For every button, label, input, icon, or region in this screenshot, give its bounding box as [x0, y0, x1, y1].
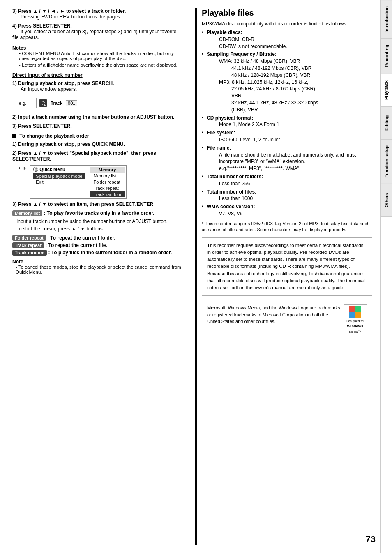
flag-q1	[349, 306, 355, 312]
qm-right-memory-list: Memory list	[90, 173, 124, 179]
folder-repeat-badge: Folder repeat	[12, 235, 46, 241]
notes-title: Notes	[12, 45, 183, 51]
tab-introduction[interactable]: Introduction	[381, 0, 392, 39]
folder-repeat-section: Folder repeat : To repeat the current fo…	[12, 235, 183, 241]
eg-label-1: e.g.	[19, 101, 26, 106]
notes-section: Notes CONTENT MENU Autio List cannot sho…	[12, 45, 183, 67]
qm-right-folder-repeat: Folder repeat	[90, 179, 124, 185]
change-step-2: 2) Press ▲ / ▼ to select "Special playba…	[12, 150, 183, 162]
track-random-section: Track random : To play files in the curr…	[12, 250, 183, 256]
bottom-note: Note • To cancel these modes, stop the p…	[12, 259, 183, 274]
bottom-note-text: • To cancel these modes, stop the playba…	[16, 265, 183, 274]
page-number: 73	[366, 534, 376, 545]
direct-input-title: Direct input of a track number	[12, 72, 183, 78]
qm-right-track-repeat: Track repeat	[90, 185, 124, 191]
change-step-1-label: 1) During playback or stop, press QUICK …	[12, 141, 125, 147]
step-4: 4) Press SELECT/ENTER. If you select a f…	[12, 23, 183, 40]
memory-list-desc: : To play favorite tracks only in a favo…	[44, 210, 154, 216]
memory-list-detail-1: Input a track number by using the number…	[16, 219, 183, 224]
change-step-3-label: 3) Press ▲ / ▼ to select an item, then p…	[12, 201, 155, 207]
step-3-desc: Pressing FWD or REV button turns the pag…	[21, 14, 121, 20]
direct-step-3-label: 3) Press SELECT/ENTER.	[12, 123, 72, 129]
quick-menu-right: Memory Memory list Folder repeat Track r…	[88, 166, 126, 198]
qm-item-exit: Exit	[33, 179, 85, 185]
step-3: 3) Press ▲ / ▼ / ◄ / ► to select a track…	[12, 8, 183, 20]
spec-item-folders: Total number of folders: Less than 256	[202, 173, 372, 187]
change-order-title: To change the playback order	[12, 133, 183, 139]
tab-playback[interactable]: Playback	[381, 74, 392, 106]
windows-badge-line2: Windows	[346, 324, 364, 329]
direct-step-1: 1) During playback or stop, press SEARCH…	[12, 81, 183, 92]
track-repeat-section: Track repeat : To repeat the current fil…	[12, 242, 183, 248]
qm-item-special: Special playback mode	[33, 173, 85, 179]
windows-media-badge: Designed for Windows Media™	[344, 304, 367, 336]
direct-step-2-label: 2) Input a track number using the number…	[12, 114, 174, 120]
flag-q2	[355, 306, 361, 312]
spec-item-wma-codec: WMA codec version: V7, V8, V9	[202, 203, 372, 217]
spec-item-cd-format: CD physical format: Mode 1, Mode 2 XA Fo…	[202, 115, 372, 129]
tab-recording[interactable]: Recording	[381, 39, 392, 73]
quick-menu-header: Quick Menu	[39, 167, 65, 172]
spec-discs-sub-0: CD-ROM, CD-R	[219, 36, 372, 43]
sidebar-tabs: Introduction Recording Playback Editing …	[380, 0, 392, 553]
black-square-icon	[12, 134, 16, 138]
info-box-2: Designed for Windows Media™ Microsoft, W…	[202, 300, 372, 329]
note-2: Letters of a file/folder name overflowin…	[16, 62, 183, 67]
direct-input-section: Direct input of a track number 1) During…	[12, 72, 183, 129]
flag-q4	[355, 312, 361, 318]
windows-flag-icon	[349, 306, 361, 318]
spec-item-discs: Playable discs: CD-ROM, CD-R CD-RW is no…	[202, 29, 372, 50]
track-repeat-desc: : To repeat the current file.	[45, 242, 107, 248]
playable-title: Playable files	[202, 8, 372, 18]
direct-step-1-desc: An input window appears.	[21, 86, 77, 92]
change-step-2-label: 2) Press ▲ / ▼ to select "Special playba…	[12, 150, 156, 162]
windows-media-text: Microsoft, Windows Media, and the Window…	[207, 304, 367, 325]
memory-list-detail-2: To shift the cursor, press ▲ / ▼ buttons…	[16, 226, 183, 232]
bottom-note-title: Note	[12, 259, 183, 265]
track-random-desc: : To play files in the current folder in…	[48, 250, 172, 256]
spec-list: Playable discs: CD-ROM, CD-R CD-RW is no…	[202, 29, 372, 217]
windows-badge-line1: Designed for	[346, 319, 364, 324]
qm-right-memory: Memory	[90, 167, 124, 173]
flag-q3	[349, 312, 355, 318]
step-3-label: 3) Press ▲ / ▼ / ◄ / ► to select a track…	[12, 8, 126, 14]
track-label: Track	[51, 101, 62, 106]
spec-item-file-system: File system: ISO9660 Level 1, 2 or Jolie…	[202, 129, 372, 143]
memory-list-badge: Memory list	[12, 210, 42, 216]
left-column: 3) Press ▲ / ▼ / ◄ / ► to select a track…	[12, 8, 187, 545]
memory-list-section: Memory list : To play favorite tracks on…	[12, 210, 183, 216]
step-4-label: 4) Press SELECT/ENTER.	[12, 23, 72, 29]
spec-item-files: Total number of files: Less than 1000	[202, 189, 372, 203]
windows-badge-line3: Media™	[346, 329, 364, 334]
change-order-section: To change the playback order 1) During p…	[12, 133, 183, 256]
tab-others[interactable]: Others	[381, 184, 392, 217]
info-box-1: This recorder requires discs/recordings …	[202, 237, 372, 296]
spec-item-sampling: Sampling Frequency / Bitrate: WMA: 32 kH…	[202, 51, 372, 113]
track-num: 001	[66, 100, 77, 106]
input-window: Track 001	[36, 98, 85, 108]
note-1: CONTENT MENU Autio List cannot show all …	[16, 51, 183, 61]
tab-function-setup[interactable]: Function setup	[381, 139, 392, 184]
quick-menu-mockup: Q Quick Menu Special playback mode Exit …	[30, 165, 127, 199]
spec-discs-sub-1: CD-RW is not recommendable.	[219, 43, 372, 50]
right-column: Playable files MP3/WMA disc compatibilit…	[195, 8, 372, 545]
track-random-badge: Track random	[12, 250, 47, 256]
spec-item-file-name: File name: A file name should be in alph…	[202, 145, 372, 172]
folder-repeat-desc: : To repeat the current folder.	[47, 235, 115, 241]
direct-step-2: 2) Input a track number using the number…	[12, 114, 183, 120]
qm-right-track-random: Track random	[90, 191, 124, 197]
playable-intro: MP3/WMA disc compatibility with this rec…	[202, 21, 372, 27]
track-repeat-badge: Track repeat	[12, 242, 44, 248]
quick-menu-left: Q Quick Menu Special playback mode Exit	[30, 166, 88, 198]
change-step-3: 3) Press ▲ / ▼ to select an item, then p…	[12, 201, 183, 207]
direct-step-1-label: 1) During playback or stop, press SEARCH…	[12, 81, 114, 86]
footnote: * This recorder supports ID3v2 (ID3 Tag …	[202, 221, 372, 233]
direct-step-3: 3) Press SELECT/ENTER.	[12, 123, 183, 129]
tab-editing[interactable]: Editing	[381, 106, 392, 139]
eg-label-2: e.g.	[19, 165, 26, 170]
change-step-1: 1) During playback or stop, press QUICK …	[12, 141, 183, 147]
step-4-desc: If you select a folder at step 3), repea…	[12, 29, 177, 40]
